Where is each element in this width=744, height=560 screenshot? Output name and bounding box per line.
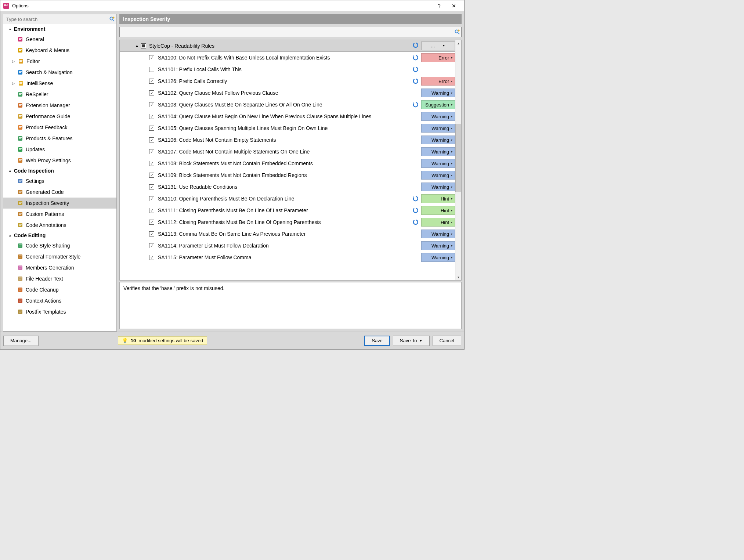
- category-revert-icon[interactable]: [412, 42, 419, 50]
- scroll-up-icon[interactable]: ▴: [455, 40, 461, 46]
- severity-dropdown[interactable]: Hint▾: [421, 218, 455, 227]
- nav-search-input[interactable]: [5, 17, 109, 22]
- severity-dropdown[interactable]: Warning▾: [421, 253, 455, 262]
- revert-icon[interactable]: [412, 219, 419, 225]
- severity-dropdown[interactable]: Error▾: [421, 77, 455, 86]
- nav-item[interactable]: Web Proxy Settings: [3, 155, 116, 166]
- severity-dropdown[interactable]: Hint▾: [421, 206, 455, 215]
- rule-row[interactable]: ✓ SA1105: Query Clauses Spanning Multipl…: [120, 122, 455, 134]
- rules-container[interactable]: ▲ StyleCop - Readability Rules ... ▼ ✓ S…: [120, 40, 455, 280]
- nav-item[interactable]: Extension Manager: [3, 100, 116, 111]
- nav-item[interactable]: ReSpeller: [3, 89, 116, 100]
- severity-dropdown[interactable]: Warning▾: [421, 171, 455, 180]
- rule-checkbox[interactable]: ✓: [149, 208, 154, 213]
- rule-checkbox[interactable]: ✓: [149, 161, 154, 166]
- severity-dropdown[interactable]: Warning▾: [421, 136, 455, 144]
- nav-item[interactable]: Product Feedback: [3, 122, 116, 133]
- rule-row[interactable]: ✓ SA1110: Opening Parenthesis Must Be On…: [120, 193, 455, 205]
- nav-item[interactable]: Code Annotations: [3, 220, 116, 231]
- nav-section[interactable]: ▲Code Editing: [3, 231, 116, 240]
- rule-checkbox[interactable]: ✓: [149, 102, 154, 107]
- nav-item[interactable]: General Formatter Style: [3, 251, 116, 262]
- nav-item[interactable]: Code Style Sharing: [3, 240, 116, 251]
- rule-row[interactable]: ✓ SA1100: Do Not Prefix Calls With Base …: [120, 52, 455, 64]
- severity-dropdown[interactable]: Warning▾: [421, 88, 455, 97]
- rule-row[interactable]: ✓ SA1103: Query Clauses Must Be On Separ…: [120, 99, 455, 111]
- nav-item[interactable]: Members Generation: [3, 262, 116, 273]
- save-button[interactable]: Save: [364, 336, 390, 346]
- rule-checkbox[interactable]: ✓: [149, 243, 154, 248]
- severity-dropdown[interactable]: Hint▾: [421, 194, 455, 203]
- rule-checkbox[interactable]: ✓: [149, 231, 154, 236]
- nav-item[interactable]: Context Actions: [3, 295, 116, 306]
- revert-icon[interactable]: [412, 207, 419, 214]
- manage-button[interactable]: Manage...: [3, 336, 39, 346]
- nav-item[interactable]: ▷Editor: [3, 56, 116, 67]
- severity-dropdown[interactable]: Suggestion▾: [421, 100, 455, 109]
- nav-item[interactable]: File Header Text: [3, 273, 116, 284]
- rules-filter-input[interactable]: [120, 29, 453, 35]
- rule-checkbox[interactable]: ✓: [149, 196, 154, 201]
- nav-item[interactable]: Code Cleanup: [3, 284, 116, 295]
- rule-checkbox[interactable]: ✓: [149, 137, 154, 142]
- rule-checkbox[interactable]: ✓: [149, 126, 154, 131]
- revert-icon[interactable]: [412, 78, 419, 84]
- rule-row[interactable]: ✓ SA1108: Block Statements Must Not Cont…: [120, 158, 455, 169]
- rule-row[interactable]: ✓ SA1109: Block Statements Must Not Cont…: [120, 169, 455, 181]
- severity-dropdown[interactable]: Error▾: [421, 53, 455, 62]
- rule-checkbox[interactable]: ✓: [149, 55, 154, 60]
- rule-row[interactable]: ✓ SA1107: Code Must Not Contain Multiple…: [120, 146, 455, 158]
- nav-item[interactable]: Postfix Templates: [3, 306, 116, 317]
- nav-item[interactable]: Updates: [3, 144, 116, 155]
- rule-row[interactable]: ✓ SA1111: Closing Parenthesis Must Be On…: [120, 205, 455, 216]
- severity-dropdown[interactable]: Warning▾: [421, 147, 455, 156]
- save-to-button[interactable]: Save To▼: [393, 336, 430, 346]
- rule-checkbox[interactable]: ✓: [149, 79, 154, 84]
- nav-item[interactable]: ▷IntelliSense: [3, 78, 116, 89]
- rule-checkbox[interactable]: ✓: [149, 90, 154, 95]
- severity-dropdown[interactable]: Warning▾: [421, 183, 455, 191]
- nav-item[interactable]: Custom Patterns: [3, 209, 116, 220]
- rule-row[interactable]: ✓ SA1131: Use Readable Conditions Warnin…: [120, 181, 455, 193]
- nav-item[interactable]: Performance Guide: [3, 111, 116, 122]
- rule-row[interactable]: ✓ SA1113: Comma Must Be On Same Line As …: [120, 228, 455, 240]
- cancel-button[interactable]: Cancel: [433, 336, 461, 346]
- rule-row[interactable]: ✓ SA1115: Parameter Must Follow Comma Wa…: [120, 252, 455, 263]
- rule-row[interactable]: ✓ SA1102: Query Clause Must Follow Previ…: [120, 87, 455, 99]
- nav-item[interactable]: Keyboard & Menus: [3, 45, 116, 56]
- rule-checkbox[interactable]: ✓: [149, 184, 154, 189]
- close-button[interactable]: ✕: [447, 1, 461, 11]
- severity-dropdown[interactable]: Warning▾: [421, 159, 455, 168]
- rules-scrollbar[interactable]: ▴ ▾: [455, 40, 461, 280]
- nav-item[interactable]: Products & Features: [3, 133, 116, 144]
- revert-icon[interactable]: [412, 195, 419, 202]
- severity-dropdown[interactable]: Warning▾: [421, 112, 455, 121]
- nav-section[interactable]: ▲Environment: [3, 24, 116, 34]
- rule-row[interactable]: ✓ SA1106: Code Must Not Contain Empty St…: [120, 134, 455, 146]
- category-severity-menu[interactable]: ... ▼: [421, 41, 455, 50]
- nav-item[interactable]: General: [3, 34, 116, 45]
- nav-tree[interactable]: ▲EnvironmentGeneralKeyboard & Menus▷Edit…: [3, 24, 117, 332]
- revert-icon[interactable]: [412, 54, 419, 61]
- rule-row[interactable]: ✓ SA1112: Closing Parenthesis Must Be On…: [120, 216, 455, 228]
- rule-row[interactable]: ✓ SA1104: Query Clause Must Begin On New…: [120, 111, 455, 122]
- revert-icon[interactable]: [412, 66, 419, 73]
- rule-checkbox[interactable]: ✓: [149, 255, 154, 260]
- category-expander-icon[interactable]: ▲: [135, 44, 139, 48]
- severity-dropdown[interactable]: Warning▾: [421, 241, 455, 250]
- rule-row[interactable]: SA1101: Prefix Local Calls With This: [120, 64, 455, 75]
- rule-checkbox[interactable]: ✓: [149, 114, 154, 119]
- nav-item[interactable]: Search & Navigation: [3, 67, 116, 78]
- rule-row[interactable]: ✓ SA1126: Prefix Calls Correctly Error▾: [120, 75, 455, 87]
- scroll-down-icon[interactable]: ▾: [455, 274, 461, 280]
- nav-item[interactable]: Settings: [3, 176, 116, 187]
- nav-item[interactable]: Inspection Severity: [3, 198, 116, 209]
- rule-category-row[interactable]: ▲ StyleCop - Readability Rules ... ▼: [120, 40, 455, 52]
- rule-checkbox[interactable]: ✓: [149, 149, 154, 154]
- rule-row[interactable]: ✓ SA1114: Parameter List Must Follow Dec…: [120, 240, 455, 252]
- revert-icon[interactable]: [412, 101, 419, 108]
- severity-dropdown[interactable]: Warning▾: [421, 124, 455, 133]
- category-checkbox[interactable]: [141, 43, 146, 48]
- nav-item[interactable]: Generated Code: [3, 187, 116, 198]
- severity-dropdown[interactable]: Warning▾: [421, 230, 455, 238]
